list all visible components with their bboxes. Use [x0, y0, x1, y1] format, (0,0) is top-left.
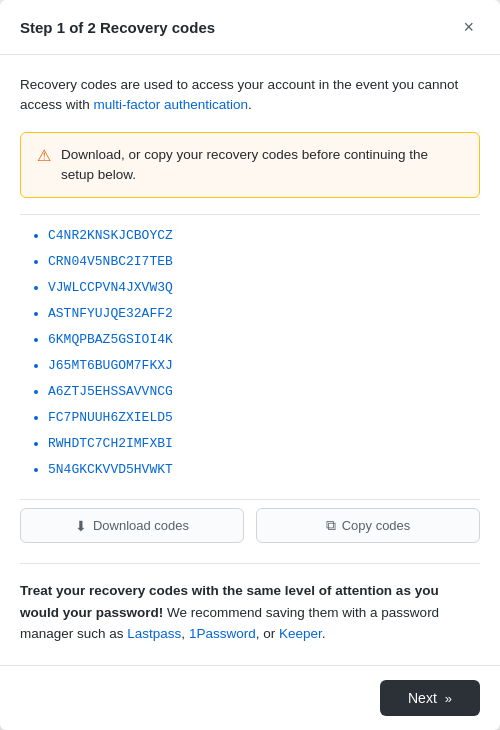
list-item: A6ZTJ5EHSSAVVNCG [48, 379, 480, 405]
divider-top [20, 214, 480, 215]
next-button[interactable]: Next » [380, 680, 480, 716]
copy-codes-label: Copy codes [342, 518, 411, 533]
warning-bold: Treat your recovery codes with the same … [20, 583, 439, 620]
alert-box: ⚠ Download, or copy your recovery codes … [20, 132, 480, 199]
recovery-codes-modal: Step 1 of 2 Recovery codes × Recovery co… [0, 0, 500, 730]
download-codes-button[interactable]: ⬇ Download codes [20, 508, 244, 543]
keeper-link[interactable]: Keeper [279, 626, 322, 641]
next-icon: » [445, 691, 452, 706]
list-item: FC7PNUUH6ZXIELD5 [48, 405, 480, 431]
list-item: ASTNFYUJQE32AFF2 [48, 301, 480, 327]
modal-body: Recovery codes are used to access your a… [0, 55, 500, 665]
action-buttons: ⬇ Download codes ⧉ Copy codes [20, 508, 480, 547]
onepassword-link[interactable]: 1Password [189, 626, 256, 641]
download-codes-label: Download codes [93, 518, 189, 533]
list-item: CRN04V5NBC2I7TEB [48, 249, 480, 275]
download-icon: ⬇ [75, 518, 87, 534]
list-item: J65MT6BUGOM7FKXJ [48, 353, 480, 379]
warning-icon: ⚠ [37, 146, 51, 165]
list-item: VJWLCCPVN4JXVW3Q [48, 275, 480, 301]
mfa-link[interactable]: multi-factor authentication [94, 97, 249, 112]
warning-text: Treat your recovery codes with the same … [20, 580, 480, 645]
list-item: C4NR2KNSKJCBOYCZ [48, 223, 480, 249]
divider-bottom [20, 499, 480, 500]
alert-text: Download, or copy your recovery codes be… [61, 145, 463, 186]
list-item: 5N4GKCKVVD5HVWKT [48, 457, 480, 483]
next-label: Next [408, 690, 437, 706]
close-button[interactable]: × [457, 16, 480, 38]
code-list: C4NR2KNSKJCBOYCZCRN04V5NBC2I7TEBVJWLCCPV… [20, 223, 480, 483]
list-item: 6KMQPBAZ5GSIOI4K [48, 327, 480, 353]
list-item: RWHDTC7CH2IMFXBI [48, 431, 480, 457]
modal-title: Step 1 of 2 Recovery codes [20, 19, 215, 36]
divider-warning [20, 563, 480, 564]
description-text: Recovery codes are used to access your a… [20, 75, 480, 116]
copy-codes-button[interactable]: ⧉ Copy codes [256, 508, 480, 543]
lastpass-link[interactable]: Lastpass [127, 626, 181, 641]
copy-icon: ⧉ [326, 517, 336, 534]
modal-header: Step 1 of 2 Recovery codes × [0, 0, 500, 55]
modal-footer: Next » [0, 665, 500, 730]
